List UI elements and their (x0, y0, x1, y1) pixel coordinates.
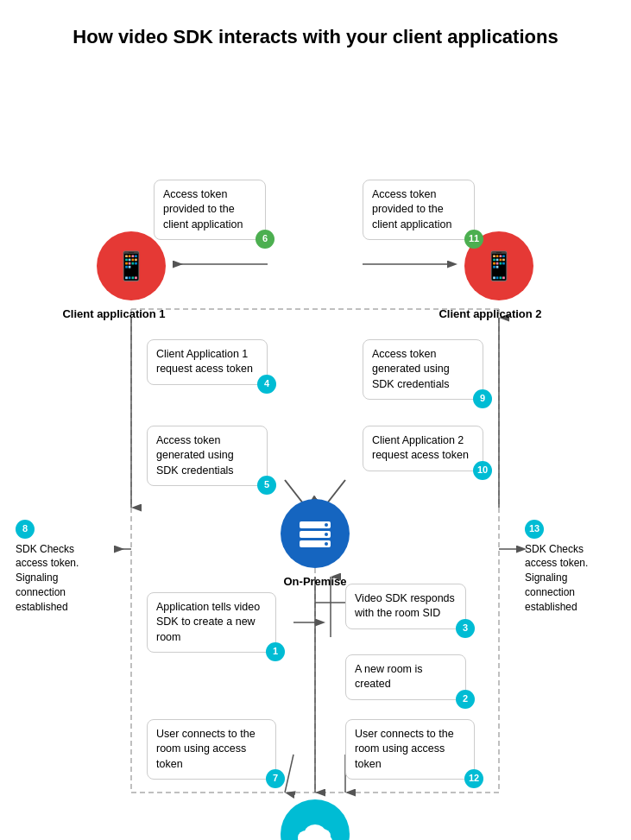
server-icon (296, 515, 334, 553)
box10: Client Application 2 request acess token… (363, 426, 483, 471)
badge2: 2 (456, 690, 475, 709)
box5: Access token generated using SDK credent… (147, 426, 268, 487)
phone2-icon: 📱 (482, 249, 516, 282)
cloud-icon (293, 817, 337, 840)
box1: Application tells video SDK to create a … (147, 592, 276, 654)
phone1-icon: 📱 (114, 249, 148, 282)
badge12: 12 (464, 769, 483, 788)
svg-point-32 (305, 824, 325, 840)
page-title: How video SDK interacts with your client… (0, 0, 631, 67)
svg-point-26 (325, 523, 328, 527)
badge4: 4 (257, 375, 276, 394)
box12: User connects to the room using access t… (345, 719, 475, 780)
box9: Access token generated using SDK credent… (363, 339, 483, 401)
client1-circle: 📱 (97, 231, 166, 300)
badge3: 3 (456, 619, 475, 638)
box13: 13 SDK Checks access token. Signaling co… (516, 513, 620, 622)
badge9: 9 (473, 389, 492, 408)
svg-point-27 (325, 533, 328, 536)
box7: User connects to the room using access t… (147, 719, 276, 780)
badge8: 8 (16, 520, 35, 539)
box8: 8 SDK Checks access token. Signaling con… (7, 513, 110, 622)
cloud-circle (281, 799, 350, 840)
onpremise-circle (281, 499, 350, 568)
box6: Access token provided to the client appl… (154, 180, 266, 241)
box2: A new room is created 2 (345, 654, 466, 700)
badge6: 6 (256, 230, 274, 249)
badge13: 13 (525, 520, 544, 539)
arrows-svg (0, 67, 631, 827)
box11: Access token provided to the client appl… (363, 180, 475, 241)
badge5: 5 (257, 476, 276, 495)
client1-label: Client application 1 (54, 307, 174, 320)
box3: Video SDK responds with the room SID 3 (345, 584, 466, 629)
box4: Client Application 1 request acess token… (147, 339, 268, 385)
client2-label: Client application 2 (430, 307, 551, 320)
badge7: 7 (266, 769, 285, 788)
badge1: 1 (266, 642, 285, 661)
badge10: 10 (473, 461, 492, 480)
svg-point-28 (325, 542, 328, 546)
diagram: 📱 Client application 1 📱 Client applicat… (0, 67, 631, 827)
svg-line-19 (285, 755, 293, 793)
